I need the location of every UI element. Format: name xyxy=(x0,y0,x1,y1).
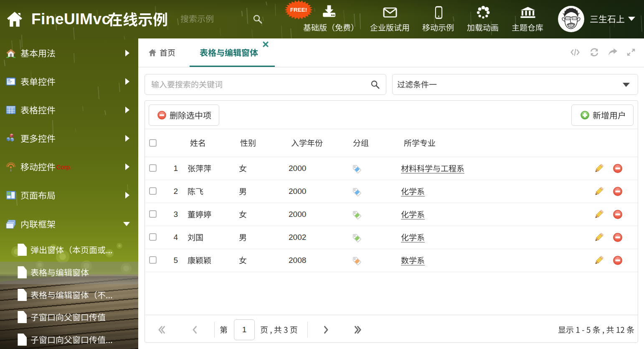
svg-text:FREE!: FREE! xyxy=(290,7,307,13)
